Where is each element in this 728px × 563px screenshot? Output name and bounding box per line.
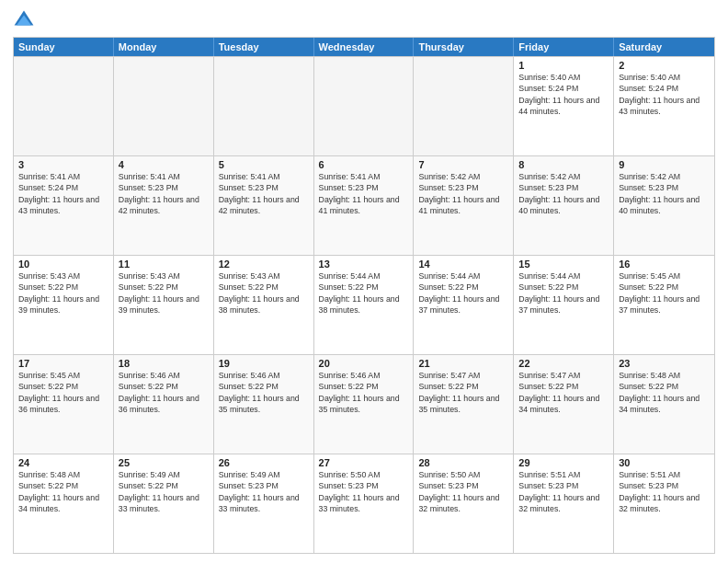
- day-info: Sunrise: 5:42 AMSunset: 5:23 PMDaylight:…: [619, 171, 710, 216]
- day-info: Sunrise: 5:44 AMSunset: 5:22 PMDaylight:…: [518, 270, 609, 316]
- day-number: 4: [119, 159, 209, 170]
- day-cell-16: 16Sunrise: 5:45 AMSunset: 5:22 PMDayligh…: [614, 256, 714, 354]
- calendar-row-2: 3Sunrise: 5:41 AMSunset: 5:24 PMDaylight…: [14, 155, 714, 255]
- calendar: SundayMondayTuesdayWednesdayThursdayFrid…: [13, 37, 715, 554]
- page: SundayMondayTuesdayWednesdayThursdayFrid…: [0, 0, 728, 563]
- day-info: Sunrise: 5:49 AMSunset: 5:23 PMDaylight:…: [219, 469, 309, 514]
- empty-cell: [114, 57, 214, 155]
- day-cell-3: 3Sunrise: 5:41 AMSunset: 5:24 PMDaylight…: [14, 156, 114, 255]
- day-info: Sunrise: 5:46 AMSunset: 5:22 PMDaylight:…: [319, 370, 409, 415]
- day-cell-30: 30Sunrise: 5:51 AMSunset: 5:23 PMDayligh…: [614, 454, 714, 553]
- day-number: 22: [518, 358, 609, 369]
- day-number: 25: [119, 457, 209, 468]
- day-info: Sunrise: 5:42 AMSunset: 5:23 PMDaylight:…: [518, 171, 609, 216]
- day-number: 9: [619, 159, 710, 170]
- calendar-body: 1Sunrise: 5:40 AMSunset: 5:24 PMDaylight…: [14, 56, 714, 553]
- header: [13, 9, 715, 31]
- day-info: Sunrise: 5:43 AMSunset: 5:22 PMDaylight:…: [119, 270, 209, 316]
- day-cell-14: 14Sunrise: 5:44 AMSunset: 5:22 PMDayligh…: [414, 256, 514, 354]
- day-cell-24: 24Sunrise: 5:48 AMSunset: 5:22 PMDayligh…: [14, 454, 114, 553]
- day-number: 19: [219, 358, 309, 369]
- header-day-monday: Monday: [114, 38, 214, 56]
- day-number: 3: [18, 159, 108, 170]
- day-info: Sunrise: 5:51 AMSunset: 5:23 PMDaylight:…: [619, 469, 710, 514]
- day-info: Sunrise: 5:51 AMSunset: 5:23 PMDaylight:…: [518, 469, 609, 514]
- day-number: 13: [319, 259, 409, 270]
- day-cell-6: 6Sunrise: 5:41 AMSunset: 5:23 PMDaylight…: [314, 156, 415, 255]
- day-info: Sunrise: 5:45 AMSunset: 5:22 PMDaylight:…: [18, 370, 108, 415]
- day-info: Sunrise: 5:43 AMSunset: 5:22 PMDaylight:…: [219, 270, 309, 316]
- day-cell-15: 15Sunrise: 5:44 AMSunset: 5:22 PMDayligh…: [514, 256, 614, 354]
- day-number: 27: [319, 457, 409, 468]
- day-number: 16: [619, 259, 710, 270]
- day-number: 26: [219, 457, 309, 468]
- day-number: 14: [418, 259, 508, 270]
- day-cell-18: 18Sunrise: 5:46 AMSunset: 5:22 PMDayligh…: [114, 355, 214, 454]
- day-number: 12: [219, 259, 309, 270]
- day-cell-8: 8Sunrise: 5:42 AMSunset: 5:23 PMDaylight…: [514, 156, 614, 255]
- calendar-row-1: 1Sunrise: 5:40 AMSunset: 5:24 PMDaylight…: [14, 56, 714, 155]
- day-info: Sunrise: 5:46 AMSunset: 5:22 PMDaylight:…: [219, 370, 309, 415]
- day-number: 11: [119, 259, 209, 270]
- header-day-tuesday: Tuesday: [214, 38, 314, 56]
- day-number: 6: [319, 159, 409, 170]
- day-cell-5: 5Sunrise: 5:41 AMSunset: 5:23 PMDaylight…: [214, 156, 314, 255]
- header-day-friday: Friday: [514, 38, 614, 56]
- day-info: Sunrise: 5:47 AMSunset: 5:22 PMDaylight:…: [418, 370, 508, 415]
- empty-cell: [314, 57, 415, 155]
- day-number: 15: [518, 259, 609, 270]
- day-cell-7: 7Sunrise: 5:42 AMSunset: 5:23 PMDaylight…: [414, 156, 514, 255]
- day-info: Sunrise: 5:44 AMSunset: 5:22 PMDaylight:…: [319, 270, 409, 316]
- day-info: Sunrise: 5:47 AMSunset: 5:22 PMDaylight:…: [518, 370, 609, 415]
- day-info: Sunrise: 5:41 AMSunset: 5:23 PMDaylight:…: [219, 171, 309, 216]
- day-cell-26: 26Sunrise: 5:49 AMSunset: 5:23 PMDayligh…: [214, 454, 314, 553]
- header-day-thursday: Thursday: [414, 38, 514, 56]
- day-cell-4: 4Sunrise: 5:41 AMSunset: 5:23 PMDaylight…: [114, 156, 214, 255]
- day-info: Sunrise: 5:40 AMSunset: 5:24 PMDaylight:…: [619, 72, 710, 117]
- day-cell-29: 29Sunrise: 5:51 AMSunset: 5:23 PMDayligh…: [514, 454, 614, 553]
- day-number: 18: [119, 358, 209, 369]
- day-cell-2: 2Sunrise: 5:40 AMSunset: 5:24 PMDaylight…: [614, 57, 714, 155]
- day-info: Sunrise: 5:50 AMSunset: 5:23 PMDaylight:…: [319, 469, 409, 514]
- day-info: Sunrise: 5:40 AMSunset: 5:24 PMDaylight:…: [518, 72, 609, 117]
- day-number: 17: [18, 358, 108, 369]
- calendar-row-4: 17Sunrise: 5:45 AMSunset: 5:22 PMDayligh…: [14, 354, 714, 454]
- day-info: Sunrise: 5:50 AMSunset: 5:23 PMDaylight:…: [418, 469, 508, 514]
- calendar-row-5: 24Sunrise: 5:48 AMSunset: 5:22 PMDayligh…: [14, 454, 714, 553]
- day-number: 29: [518, 457, 609, 468]
- day-cell-1: 1Sunrise: 5:40 AMSunset: 5:24 PMDaylight…: [514, 57, 614, 155]
- day-cell-9: 9Sunrise: 5:42 AMSunset: 5:23 PMDaylight…: [614, 156, 714, 255]
- day-number: 28: [418, 457, 508, 468]
- day-info: Sunrise: 5:46 AMSunset: 5:22 PMDaylight:…: [119, 370, 209, 415]
- day-cell-22: 22Sunrise: 5:47 AMSunset: 5:22 PMDayligh…: [514, 355, 614, 454]
- day-number: 30: [619, 457, 710, 468]
- day-info: Sunrise: 5:41 AMSunset: 5:24 PMDaylight:…: [18, 171, 108, 216]
- empty-cell: [14, 57, 114, 155]
- calendar-row-3: 10Sunrise: 5:43 AMSunset: 5:22 PMDayligh…: [14, 255, 714, 354]
- day-number: 20: [319, 358, 409, 369]
- day-info: Sunrise: 5:45 AMSunset: 5:22 PMDaylight:…: [619, 270, 710, 316]
- day-info: Sunrise: 5:49 AMSunset: 5:22 PMDaylight:…: [119, 469, 209, 514]
- day-number: 7: [418, 159, 508, 170]
- day-cell-25: 25Sunrise: 5:49 AMSunset: 5:22 PMDayligh…: [114, 454, 214, 553]
- day-cell-21: 21Sunrise: 5:47 AMSunset: 5:22 PMDayligh…: [414, 355, 514, 454]
- day-cell-19: 19Sunrise: 5:46 AMSunset: 5:22 PMDayligh…: [214, 355, 314, 454]
- day-cell-23: 23Sunrise: 5:48 AMSunset: 5:22 PMDayligh…: [614, 355, 714, 454]
- day-info: Sunrise: 5:42 AMSunset: 5:23 PMDaylight:…: [418, 171, 508, 216]
- day-cell-28: 28Sunrise: 5:50 AMSunset: 5:23 PMDayligh…: [414, 454, 514, 553]
- day-number: 10: [18, 259, 108, 270]
- day-number: 23: [619, 358, 710, 369]
- header-day-sunday: Sunday: [14, 38, 114, 56]
- header-day-wednesday: Wednesday: [314, 38, 415, 56]
- day-info: Sunrise: 5:41 AMSunset: 5:23 PMDaylight:…: [319, 171, 409, 216]
- day-number: 5: [219, 159, 309, 170]
- day-info: Sunrise: 5:41 AMSunset: 5:23 PMDaylight:…: [119, 171, 209, 216]
- day-info: Sunrise: 5:48 AMSunset: 5:22 PMDaylight:…: [619, 370, 710, 415]
- logo-icon: [13, 9, 35, 31]
- empty-cell: [414, 57, 514, 155]
- day-cell-10: 10Sunrise: 5:43 AMSunset: 5:22 PMDayligh…: [14, 256, 114, 354]
- day-number: 2: [619, 60, 710, 71]
- empty-cell: [214, 57, 314, 155]
- day-number: 8: [518, 159, 609, 170]
- day-number: 1: [518, 60, 609, 71]
